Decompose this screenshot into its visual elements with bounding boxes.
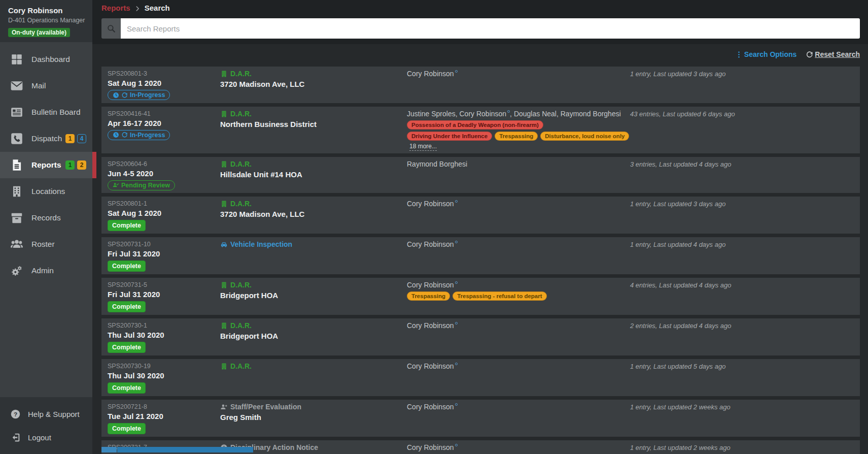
sidebar-item-dashboard[interactable]: Dashboard — [0, 46, 92, 73]
search-button[interactable] — [101, 18, 121, 39]
status-badge: Complete — [108, 301, 146, 312]
entries-summary: 4 entries, Last updated 4 days ago — [630, 281, 854, 289]
entries-summary: 1 entry, Last updated 3 days ago — [630, 200, 854, 208]
sidebar-item-admin[interactable]: Admin — [0, 257, 92, 284]
report-row[interactable]: SPS200731-10Fri Jul 31 2020CompleteVehic… — [101, 237, 860, 274]
sidebar-item-logout[interactable]: Logout — [0, 426, 92, 449]
reset-search-link[interactable]: Reset Search — [806, 50, 860, 58]
people-list: Justine Sproles, Cory Robinson, Douglas … — [407, 110, 630, 118]
notification-badge: 1 — [65, 134, 75, 143]
entries-summary: 1 entry, Last updated 5 days ago — [630, 362, 854, 371]
sidebar-item-mail[interactable]: Mail — [0, 73, 92, 99]
report-type[interactable]: D.A.R. — [220, 70, 407, 78]
report-row[interactable]: SPS200721-8Tue Jul 21 2020CompleteStaff/… — [101, 400, 860, 437]
report-type[interactable]: D.A.R. — [220, 110, 407, 118]
report-type[interactable]: D.A.R. — [220, 362, 407, 371]
sidebar-item-dispatch[interactable]: Dispatch14 — [0, 125, 92, 152]
reset-search-label: Reset Search — [815, 50, 860, 58]
person-name: Cory Robinson — [407, 200, 454, 208]
report-type[interactable]: D.A.R. — [220, 160, 407, 169]
incident-tag: Driving Under the Influence — [407, 132, 492, 141]
report-type[interactable]: Staff/Peer Evaluation — [220, 403, 407, 411]
building-icon — [220, 363, 228, 370]
report-type[interactable]: D.A.R. — [220, 281, 407, 289]
report-row[interactable]: SPS200604-6Jun 4-5 2020Pending ReviewD.A… — [101, 157, 860, 193]
report-list: SPS200801-3Sat Aug 1 2020In-ProgressD.A.… — [101, 67, 860, 454]
report-type[interactable]: Vehicle Inspection — [220, 240, 407, 249]
report-type-col: D.A.R.Bridgeport HOA — [220, 321, 407, 353]
incident-tag: Trespassing — [407, 291, 450, 301]
dots-vertical-icon — [735, 51, 743, 58]
search-wrap — [92, 15, 868, 44]
status-badge: Complete — [108, 423, 146, 434]
scrollbar-left-segment[interactable] — [101, 447, 117, 452]
status-label: Complete — [112, 221, 141, 230]
refresh-icon — [121, 92, 128, 99]
sidebar-item-label: Help & Support — [28, 410, 80, 418]
building-icon — [220, 322, 228, 330]
report-people-col: Cory Robinson — [407, 403, 630, 434]
report-type-label: Staff/Peer Evaluation — [230, 403, 301, 411]
report-type-label: D.A.R. — [230, 160, 252, 169]
report-entries-col: 1 entry, Last updated 3 days ago — [630, 200, 854, 231]
status-badge: Complete — [108, 261, 146, 272]
sidebar-item-help-support[interactable]: ?Help & Support — [0, 402, 92, 426]
report-row[interactable]: SPS200730-19Thu Jul 30 2020CompleteD.A.R… — [101, 359, 860, 396]
people-list: Cory Robinson — [407, 281, 630, 289]
report-entries-col: 2 entries, Last updated 4 days ago — [630, 321, 854, 353]
person-name: Raymond Borghesi — [407, 160, 467, 168]
sidebar: Cory Robinson D-401 Operations Manager O… — [0, 0, 92, 454]
report-type[interactable]: D.A.R. — [220, 321, 407, 330]
report-entries-col: 1 entry, Last updated 2 weeks ago — [630, 403, 854, 434]
user-role: D-401 Operations Manager — [8, 17, 85, 24]
status-badge: In-Progress — [108, 90, 170, 100]
more-tags-link[interactable]: 18 more... — [409, 143, 437, 151]
sidebar-item-label: Reports — [31, 160, 61, 170]
report-row[interactable]: SPS200731-5Fri Jul 31 2020CompleteD.A.R.… — [101, 278, 860, 315]
sidebar-item-records[interactable]: Records — [0, 205, 92, 231]
report-entries-col: 1 entry, Last updated 5 days ago — [630, 362, 854, 394]
report-id: SPS200721-8 — [108, 403, 220, 411]
notification-badges: 12 — [63, 160, 86, 170]
report-people-col: Cory Robinson — [407, 240, 630, 272]
person-name: Cory Robinson — [407, 70, 454, 78]
report-id: SPS200731-10 — [108, 240, 220, 249]
notification-badge: 4 — [77, 134, 86, 143]
help-icon: ? — [10, 409, 21, 419]
status-label: Complete — [112, 262, 141, 270]
sidebar-item-bulletin-board[interactable]: Bulletin Board — [0, 99, 92, 125]
report-row[interactable]: SPS200801-1Sat Aug 1 2020CompleteD.A.R.3… — [101, 197, 860, 234]
report-row[interactable]: SPS200801-3Sat Aug 1 2020In-ProgressD.A.… — [101, 67, 860, 103]
sidebar-footer: ?Help & SupportLogout — [0, 397, 92, 454]
report-entries-col: 1 entry, Last updated 3 days ago — [630, 70, 854, 101]
report-subject: 3720 Madison Ave, LLC — [220, 209, 407, 219]
scrollbar-thumb[interactable] — [117, 447, 253, 452]
report-type[interactable]: D.A.R. — [220, 200, 407, 208]
entries-summary: 43 entries, Last updated 6 days ago — [630, 110, 854, 118]
report-type-col: Vehicle Inspection — [220, 240, 407, 272]
incident-tag: Disturbance, loud noise only — [540, 132, 629, 141]
breadcrumb-reports-link[interactable]: Reports — [101, 4, 130, 12]
user-ref-icon — [455, 444, 458, 446]
person-name: Justine Sproles — [407, 110, 456, 118]
report-row[interactable]: SPS200416-41Apr 16-17 2020In-ProgressD.A… — [101, 107, 860, 153]
report-row[interactable]: SPS200730-1Thu Jul 30 2020CompleteD.A.R.… — [101, 318, 860, 355]
mail-icon — [10, 79, 23, 92]
sidebar-item-locations[interactable]: Locations — [0, 178, 92, 205]
report-people-col: Justine Sproles, Cory Robinson, Douglas … — [407, 110, 630, 151]
report-people-col: Raymond Borghesi — [407, 160, 630, 191]
entries-summary: 1 entry, Last updated 4 days ago — [630, 240, 854, 249]
sidebar-item-label: Records — [31, 213, 61, 222]
status-badge: Complete — [108, 220, 146, 231]
user-ref-icon — [455, 281, 458, 284]
people-list: Raymond Borghesi — [407, 160, 630, 169]
sidebar-item-roster[interactable]: Roster — [0, 231, 92, 257]
status-label: Complete — [112, 425, 141, 433]
person-name: Cory Robinson — [407, 321, 454, 330]
horizontal-scrollbar[interactable] — [101, 447, 860, 452]
report-people-col: Cory Robinson — [407, 70, 630, 101]
bulletin-board-icon — [10, 106, 23, 119]
search-options-link[interactable]: Search Options — [735, 50, 796, 58]
search-input[interactable] — [121, 18, 860, 39]
sidebar-item-reports[interactable]: Reports12 — [0, 152, 92, 178]
